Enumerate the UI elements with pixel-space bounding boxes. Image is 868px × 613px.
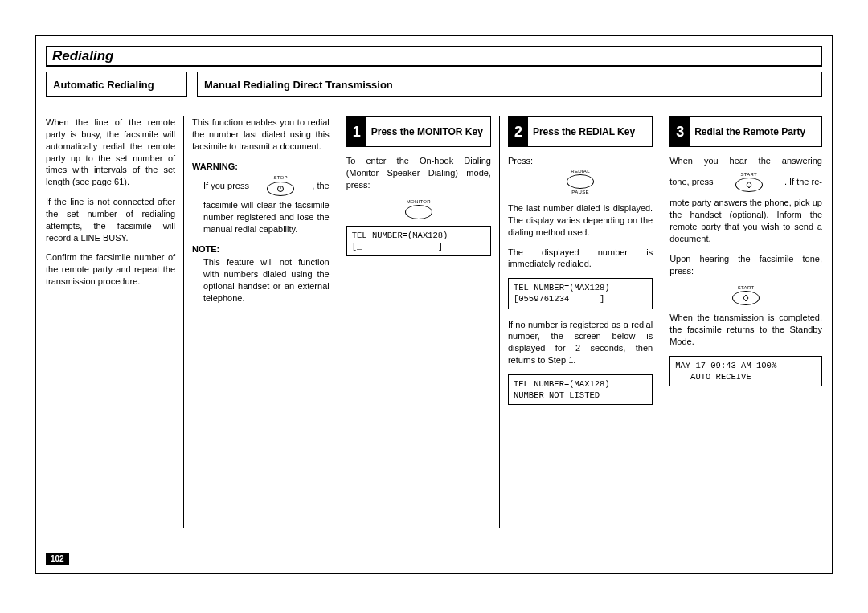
warn-text-a: If you press (203, 180, 249, 192)
pause-label: PAUSE (571, 190, 588, 195)
col-auto-redial: When the line of the remote party is bus… (46, 116, 183, 528)
step1-header: 1 Press the MONITOR Key (346, 116, 491, 147)
note-body: This feature will not function with numb… (192, 256, 330, 304)
monitor-oval-icon (405, 205, 432, 219)
separator-4 (661, 116, 661, 528)
separator-2 (338, 116, 338, 528)
step2-label: Press the REDIAL Key (528, 126, 635, 137)
step3-p1a: When you hear the answering (669, 155, 822, 167)
subhead-auto: Automatic Redialing (46, 72, 187, 97)
step3-p1b: tone, press (669, 176, 713, 188)
step1-number: 1 (347, 117, 366, 146)
start-oval-icon (732, 291, 760, 305)
separator-1 (183, 116, 184, 528)
subhead-auto-label: Automatic Redialing (53, 79, 154, 91)
note-header: NOTE: (192, 243, 330, 255)
col-step1: 1 Press the MONITOR Key To enter the On-… (346, 116, 499, 528)
step3-p3: Upon hearing the facsimile tone, press: (669, 253, 822, 277)
start-label-inline: START (740, 172, 757, 178)
step3-header: 3 Redial the Remote Party (669, 116, 822, 147)
redial-label: REDIAL (571, 169, 589, 174)
start-label: START (738, 285, 755, 291)
step2-p2: The last number dialed is displayed. The… (508, 202, 653, 239)
auto-p2: If the line is not connected after the s… (46, 196, 175, 243)
columns: When the line of the remote party is bus… (46, 116, 822, 528)
stop-oval-icon (267, 182, 294, 196)
step3-p1c: . If the re- (784, 176, 822, 188)
col-manual-intro: This function enables you to redial the … (192, 116, 338, 528)
page-number: 102 (46, 553, 69, 565)
separator-3 (499, 116, 500, 528)
auto-p1: When the line of the remote party is bus… (46, 116, 175, 188)
warn-text-b: , the (312, 180, 329, 192)
step3-label: Redial the Remote Party (690, 126, 805, 137)
subheadings-row: Automatic Redialing Manual Redialing Dir… (46, 72, 822, 97)
step3-number: 3 (670, 117, 690, 146)
step1-label: Press the MONITOR Key (366, 126, 483, 137)
page-title: Redialing (52, 48, 114, 64)
title-bar: Redialing (46, 46, 822, 67)
step1-p1: To enter the On-hook Dialing (Monitor Sp… (346, 155, 491, 191)
step2-p4: If no number is registered as a redial n… (508, 319, 653, 366)
step2-p3: The displayed number is immediately redi… (508, 247, 653, 271)
start-button-icon: START (732, 285, 760, 306)
stop-label: STOP (273, 175, 287, 181)
col-step2: 2 Press the REDIAL Key Press: REDIAL PAU… (508, 116, 661, 528)
monitor-button-icon: MONITOR (405, 199, 432, 220)
warning-body: If you press STOP , the facsimile will c… (192, 175, 330, 235)
step2-lcd2: TEL NUMBER=(MAX128) NUMBER NOT LISTED (508, 374, 653, 405)
subhead-manual-label: Manual Redialing Direct Transmission (204, 79, 393, 91)
start-button-icon-inline: START (735, 172, 763, 193)
warning-header: WARNING: (192, 161, 330, 173)
col-step3: 3 Redial the Remote Party When you hear … (669, 116, 822, 528)
step2-lcd1: TEL NUMBER=(MAX128) [0559761234 ] (508, 278, 653, 309)
step1-lcd: TEL NUMBER=(MAX128) [_ ] (346, 226, 491, 256)
start-oval-icon-inline (735, 178, 763, 192)
step2-number: 2 (509, 117, 528, 146)
step3-p4: When the transmission is completed, the … (669, 312, 822, 348)
step3-lcd: MAY-17 09:43 AM 100% AUTO RECEIVE (669, 356, 822, 386)
redial-oval-icon (567, 174, 594, 189)
step3-p2: mote party answers the phone, pick up th… (669, 197, 822, 244)
subhead-manual: Manual Redialing Direct Transmission (197, 72, 822, 97)
redial-button-icon: REDIAL PAUSE (567, 169, 594, 196)
warn-text-c: facsimile will clear the facsimile numbe… (203, 199, 330, 235)
monitor-label: MONITOR (407, 199, 431, 205)
manual-p1: This function enables you to redial the … (192, 116, 330, 153)
step2-p1: Press: (508, 155, 653, 167)
stop-button-icon: STOP (267, 175, 294, 196)
step2-header: 2 Press the REDIAL Key (508, 116, 653, 147)
manual-page: Redialing Automatic Redialing Manual Red… (35, 35, 833, 574)
auto-p3: Confirm the facsimile number of the remo… (46, 251, 175, 288)
